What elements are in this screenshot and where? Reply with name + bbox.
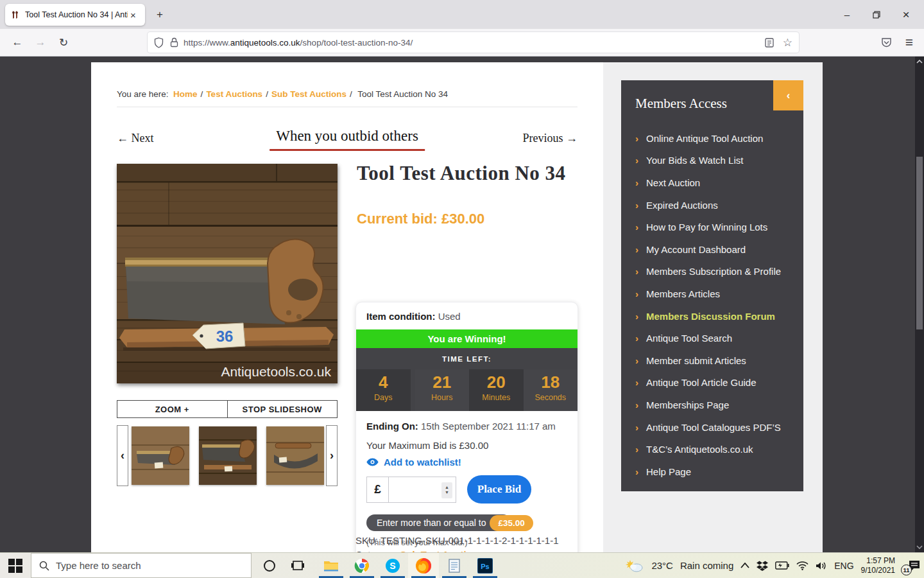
breadcrumb-link[interactable]: Test Auctions xyxy=(206,89,262,99)
window-restore-button[interactable] xyxy=(870,8,883,21)
taskbar-notepad[interactable] xyxy=(439,553,470,578)
taskbar-chrome[interactable] xyxy=(346,553,377,578)
sidebar-menu-item[interactable]: › Antique Tool Article Guide xyxy=(621,372,803,394)
svg-text:S: S xyxy=(389,561,395,571)
thumbnail-carousel: ‹ xyxy=(117,425,338,486)
bookmark-star-icon[interactable]: ☆ xyxy=(783,36,792,49)
chevron-right-icon: › xyxy=(635,244,638,255)
sidebar-menu-item[interactable]: › Members Discussion Forum xyxy=(621,305,803,328)
back-button[interactable]: ← xyxy=(8,33,27,52)
tracking-shield-icon xyxy=(154,37,164,48)
panel-collapse-button[interactable]: ‹ xyxy=(773,80,803,110)
sidebar-menu-item[interactable]: › Your Bids & Watch List xyxy=(621,150,803,172)
chevron-right-icon: › xyxy=(635,466,638,477)
number-spinner[interactable]: ▲ ▼ xyxy=(441,482,452,498)
window-close-button[interactable]: × xyxy=(900,8,912,21)
sidebar-menu-item[interactable]: › Members Subscription & Profile xyxy=(621,261,803,283)
thumbnail-2[interactable] xyxy=(199,426,257,485)
taskbar-skype[interactable]: S xyxy=(377,553,408,578)
sidebar-menu-item[interactable]: › Expired Auctions xyxy=(621,194,803,216)
sidebar-menu-item[interactable]: › Members Articles xyxy=(621,283,803,305)
chevron-right-icon: › xyxy=(635,399,638,410)
battery-icon[interactable] xyxy=(775,561,789,570)
carousel-next-button[interactable]: › xyxy=(326,425,338,486)
scroll-up-arrow[interactable] xyxy=(915,57,924,66)
url-bar[interactable]: https://www.antiquetools.co.uk/shop/tool… xyxy=(148,32,799,53)
chevron-right-icon: › xyxy=(635,177,638,188)
product-main-image[interactable]: 36 Antiquetools.co.uk xyxy=(117,164,338,383)
task-view-button[interactable] xyxy=(285,553,311,578)
countdown-timer: TIME LEFT: 4 Days 21 xyxy=(356,348,578,411)
breadcrumb-link[interactable]: Home xyxy=(173,89,198,99)
cortana-button[interactable] xyxy=(257,553,282,578)
chevron-right-icon: › xyxy=(635,355,638,366)
tray-expand-icon[interactable] xyxy=(740,563,749,568)
language-indicator[interactable]: ENG xyxy=(834,561,853,571)
sidebar-menu-item[interactable]: › Memberships Page xyxy=(621,394,803,416)
thumbnail-1[interactable] xyxy=(132,426,189,485)
sidebar-menu-item[interactable]: › Member submit Articles xyxy=(621,349,803,372)
notification-center[interactable]: 11 xyxy=(902,557,921,574)
taskbar-search[interactable]: Type here to search xyxy=(31,553,252,578)
chevron-right-icon: › xyxy=(635,288,638,299)
scrollbar-thumb[interactable] xyxy=(916,157,923,329)
dropbox-icon[interactable] xyxy=(757,561,768,571)
weather-icon[interactable] xyxy=(625,559,644,573)
reload-button[interactable]: ↻ xyxy=(54,33,73,52)
taskbar-clock[interactable]: 1:57 PM 9/10/2021 xyxy=(861,556,895,575)
next-post-link[interactable]: ← Next xyxy=(117,132,154,145)
volume-icon[interactable] xyxy=(816,561,827,570)
menu-hamburger-icon[interactable]: ≡ xyxy=(900,33,919,52)
taskbar-firefox[interactable] xyxy=(408,553,439,578)
post-title: When you outbid others xyxy=(270,128,425,151)
thumbnail-3[interactable] xyxy=(266,426,324,485)
ending-on: Ending On: 15th September 2021 11:17 am xyxy=(356,411,578,434)
scroll-down-arrow[interactable] xyxy=(915,543,924,552)
weather-temp[interactable]: 23°C xyxy=(651,560,673,571)
tab-title: Tool Test Auction No 34 | Antiqu xyxy=(25,10,128,19)
product-title: Tool Test Auction No 34 xyxy=(357,162,579,185)
wifi-icon[interactable] xyxy=(796,561,809,570)
gallery-buttons: ZOOM + STOP SLIDESHOW xyxy=(117,400,338,418)
countdown-cell: 4 Days xyxy=(356,369,411,411)
sidebar-menu-item[interactable]: › Antique Tool Search xyxy=(621,327,803,349)
sidebar-menu-item[interactable]: › Help Page xyxy=(621,460,803,483)
breadcrumb-current: Tool Test Auction No 34 xyxy=(357,89,448,99)
sidebar-menu-item[interactable]: › Next Auction xyxy=(621,171,803,194)
forward-button[interactable]: → xyxy=(31,33,50,52)
new-tab-button[interactable]: + xyxy=(151,6,168,23)
chevron-right-icon: › xyxy=(635,222,638,232)
chevron-right-icon: › xyxy=(635,155,638,166)
pocket-icon[interactable] xyxy=(877,33,896,52)
breadcrumb-link[interactable]: Sub Test Auctions xyxy=(271,89,346,99)
minimum-bid-hint: Enter more than or equal to £35.00 xyxy=(356,506,578,531)
site-favicon-icon xyxy=(10,10,21,20)
stop-slideshow-button[interactable]: STOP SLIDESHOW xyxy=(227,401,338,417)
bid-amount-input[interactable]: ▲ ▼ xyxy=(389,477,456,502)
start-button[interactable] xyxy=(8,559,22,573)
page-scrollbar[interactable] xyxy=(915,57,924,552)
browser-tab[interactable]: Tool Test Auction No 34 | Antiqu × xyxy=(5,4,145,26)
reader-view-icon[interactable] xyxy=(765,38,774,48)
min-bid-value-badge: £35.00 xyxy=(490,515,533,531)
zoom-button[interactable]: ZOOM + xyxy=(117,401,227,417)
place-bid-button[interactable]: Place Bid xyxy=(467,475,531,504)
sidebar-menu-item[interactable]: › How to Pay for Winning Lots xyxy=(621,216,803,238)
spinner-up-icon: ▲ xyxy=(445,485,449,490)
carousel-prev-button[interactable]: ‹ xyxy=(117,425,128,486)
add-to-watchlist[interactable]: Add to watchlist! xyxy=(356,452,578,469)
product-details: Tool Test Auction No 34 Current bid: £30… xyxy=(357,162,579,227)
countdown-cell: 18 Seconds xyxy=(524,369,578,411)
sidebar-menu-item[interactable]: › Antique Tool Catalogues PDF’S xyxy=(621,416,803,439)
previous-post-link[interactable]: Previous → xyxy=(523,132,578,145)
tab-close-icon[interactable]: × xyxy=(130,10,136,20)
taskbar-file-explorer[interactable] xyxy=(316,553,346,578)
window-minimize-button[interactable]: – xyxy=(841,8,853,21)
svg-text:36: 36 xyxy=(216,328,234,345)
tab-strip: Tool Test Auction No 34 | Antiqu × + – × xyxy=(0,0,924,29)
sidebar-menu-item[interactable]: › My Account Dashboard xyxy=(621,238,803,261)
sidebar-menu-item[interactable]: › Online Antique Tool Auction xyxy=(621,127,803,150)
taskbar-photoshop[interactable]: Ps xyxy=(470,553,501,578)
sidebar-menu-item[interactable]: › T&C’s Antiquetools.co.uk xyxy=(621,438,803,460)
weather-text[interactable]: Rain coming xyxy=(680,560,733,571)
